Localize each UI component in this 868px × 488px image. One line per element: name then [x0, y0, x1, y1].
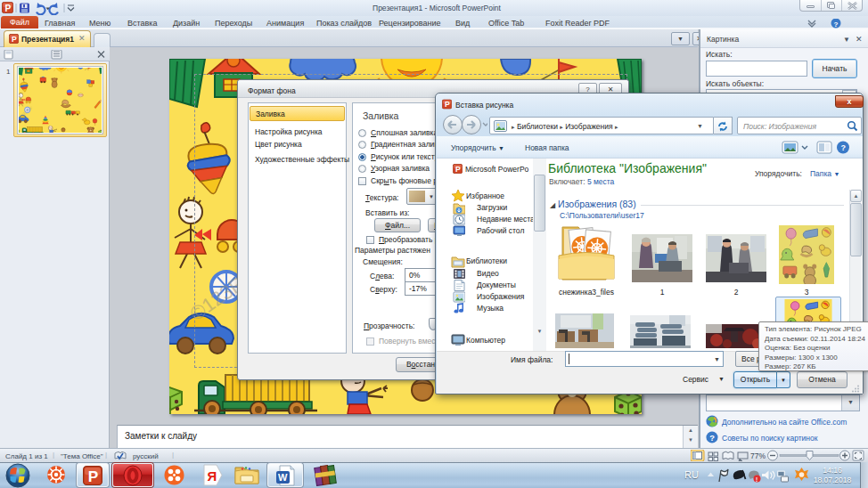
svg-text:?: ?: [709, 434, 715, 443]
svg-text:W: W: [278, 472, 288, 483]
svg-text:?: ?: [834, 20, 839, 28]
svg-text:Я: Я: [208, 468, 217, 484]
svg-text:?: ?: [841, 143, 847, 152]
svg-text:77%: 77%: [750, 451, 766, 460]
svg-text:!: !: [756, 476, 757, 483]
